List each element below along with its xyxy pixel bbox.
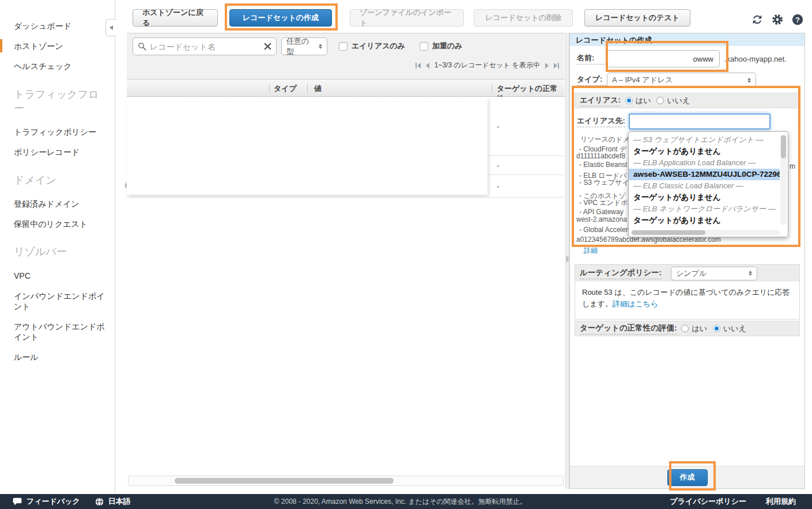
routing-policy-card: ルーティングポリシー: シンプル Route 53 は、このレコードの値に基づい… bbox=[575, 264, 800, 320]
dropdown-vscroll-thumb[interactable] bbox=[781, 135, 786, 158]
details-link[interactable]: 詳細 bbox=[584, 246, 598, 256]
alias-only-checkbox[interactable]: エイリアスのみ bbox=[339, 41, 405, 51]
weighted-only-label: 加重のみ bbox=[432, 41, 463, 51]
target-health-value: - bbox=[497, 161, 499, 170]
sidebar-item-traffic-policies[interactable]: トラフィックポリシー bbox=[14, 127, 107, 137]
first-page-button[interactable] bbox=[416, 63, 421, 69]
eval-no-radio[interactable] bbox=[713, 325, 720, 332]
routing-help-link[interactable]: 詳細はこちら bbox=[613, 299, 658, 308]
record-name-input[interactable] bbox=[607, 50, 720, 67]
alias-help-text: d111111abcdef8 bbox=[576, 152, 625, 160]
spinner-icon bbox=[319, 42, 322, 51]
sidebar-item-inbound-endpoints[interactable]: インバウンドエンドポイント bbox=[14, 291, 107, 312]
routing-policy-label: ルーティングポリシー: bbox=[580, 268, 662, 279]
clipped-help-text: m bbox=[790, 162, 795, 170]
sidebar-item-pending-requests[interactable]: 保留中のリクエスト bbox=[14, 219, 107, 229]
sidebar-collapse-button[interactable] bbox=[105, 19, 116, 36]
filter-bar: 任意の型 エイリアスのみ 加重のみ 1~3/3 のレコードセット を表示中 bbox=[127, 33, 565, 79]
test-record-set-button[interactable]: レコードセットのテスト bbox=[584, 9, 690, 26]
feedback-label: フィードバック bbox=[27, 496, 80, 507]
panel-splitter[interactable] bbox=[565, 33, 569, 489]
weighted-only-checkbox[interactable]: 加重のみ bbox=[420, 41, 463, 51]
globe-icon bbox=[95, 497, 104, 506]
create-record-set-panel: レコードセットの作成 名前: .kahoo-myapp.net. タイプ: A … bbox=[569, 33, 805, 489]
sidebar-item-health-checks[interactable]: ヘルスチェック bbox=[14, 61, 107, 71]
gear-icon[interactable] bbox=[771, 13, 784, 26]
language-label: 日本語 bbox=[108, 496, 131, 507]
alias-yes-label: はい bbox=[636, 96, 651, 106]
sidebar-section-resolver: リゾルバー bbox=[14, 245, 107, 259]
target-health-value: - bbox=[497, 182, 499, 191]
alias-help-text: - Elastic Beanst bbox=[579, 161, 627, 169]
alias-yes-radio[interactable] bbox=[625, 97, 633, 104]
horizontal-scrollbar-thumb[interactable] bbox=[175, 478, 394, 484]
spinner-icon bbox=[749, 269, 752, 278]
next-page-button[interactable] bbox=[545, 63, 549, 69]
eval-no-label: いいえ bbox=[723, 324, 746, 334]
dropdown-option-selected[interactable]: awseb-AWSEB-12MMZU4UJL0CP-7229626 bbox=[629, 169, 780, 180]
chevron-left-icon bbox=[109, 25, 113, 30]
sidebar: ダッシュボード ホストゾーン ヘルスチェック トラフィックフロー トラフィックポ… bbox=[0, 0, 115, 494]
routing-policy-select[interactable]: シンプル bbox=[671, 267, 757, 280]
svg-text:?: ? bbox=[795, 16, 800, 24]
dropdown-hscroll-thumb[interactable] bbox=[632, 230, 705, 235]
create-record-set-button[interactable]: レコードセットの作成 bbox=[229, 9, 332, 26]
footer: フィードバック 日本語 © 2008 - 2020, Amazon Web Se… bbox=[0, 494, 812, 509]
refresh-icon[interactable] bbox=[751, 13, 764, 26]
record-name-search[interactable] bbox=[133, 37, 277, 55]
last-page-button[interactable] bbox=[554, 63, 559, 69]
help-icon[interactable]: ? bbox=[791, 13, 804, 26]
splitter-grip-icon bbox=[566, 256, 568, 262]
type-filter-select[interactable]: 任意の型 bbox=[281, 37, 327, 55]
dropdown-option[interactable]: ターゲットがありません bbox=[629, 192, 780, 203]
type-row: タイプ: A – IPv4 アドレス bbox=[577, 73, 756, 88]
column-header-type: タイプ bbox=[274, 83, 297, 94]
terms-link[interactable]: 利用規約 bbox=[766, 496, 796, 507]
dropdown-option[interactable]: ターゲットがありません bbox=[629, 146, 780, 157]
target-health-value: - bbox=[497, 122, 499, 131]
sidebar-item-vpc[interactable]: VPC bbox=[14, 271, 107, 281]
name-row: 名前: .kahoo-myapp.net. bbox=[577, 50, 787, 67]
sidebar-item-dashboard[interactable]: ダッシュボード bbox=[14, 21, 107, 31]
back-to-hosted-zones-button[interactable]: ホストゾーンに戻る bbox=[133, 9, 218, 26]
sidebar-nav: ダッシュボード ホストゾーン ヘルスチェック トラフィックフロー トラフィックポ… bbox=[0, 0, 115, 363]
alias-row: エイリアス: はい いいえ bbox=[575, 93, 800, 108]
privacy-policy-link[interactable]: プライバシーポリシー bbox=[670, 496, 746, 507]
type-filter-value: 任意の型 bbox=[286, 36, 315, 57]
dropdown-group-alb: — ELB Application Load Balancer — bbox=[629, 157, 780, 169]
checkbox-icon bbox=[420, 42, 428, 51]
alias-help-text: - API Gateway bbox=[579, 208, 624, 216]
alias-help-text: - VPC エンドポ bbox=[579, 198, 628, 208]
feedback-button[interactable]: フィードバック bbox=[13, 496, 80, 507]
zone-suffix: .kahoo-myapp.net. bbox=[724, 55, 787, 63]
alias-target-row: エイリアス先: bbox=[577, 113, 771, 130]
eval-yes-radio[interactable] bbox=[681, 325, 689, 332]
sidebar-item-rules[interactable]: ルール bbox=[14, 352, 107, 362]
alias-no-label: いいえ bbox=[667, 96, 690, 106]
dropdown-option[interactable]: ターゲットがありません bbox=[629, 215, 780, 226]
routing-policy-help: Route 53 は、このレコードの値に基づいてのみクエリに応答します。詳細はこ… bbox=[575, 282, 799, 315]
alias-help-text: - S3 ウェブサイ bbox=[579, 178, 629, 188]
record-type-select[interactable]: A – IPv4 アドレス bbox=[607, 73, 756, 88]
alias-help-text: - Global Acceler bbox=[579, 226, 628, 234]
pagination-status: 1~3/3 のレコードセット を表示中 bbox=[435, 60, 540, 70]
routing-policy-bar: ルーティングポリシー: シンプル bbox=[575, 265, 799, 282]
sidebar-item-policy-records[interactable]: ポリシーレコード bbox=[14, 147, 107, 157]
sidebar-item-hosted-zones[interactable]: ホストゾーン bbox=[14, 41, 107, 51]
copyright-text: © 2008 - 2020, Amazon Web Services, Inc.… bbox=[131, 497, 670, 507]
prev-page-button[interactable] bbox=[426, 63, 429, 69]
sidebar-section-traffic-flow: トラフィックフロー bbox=[14, 88, 107, 116]
language-button[interactable]: 日本語 bbox=[95, 496, 131, 507]
alias-target-input[interactable] bbox=[629, 113, 771, 130]
sidebar-item-registered-domains[interactable]: 登録済みドメイン bbox=[14, 199, 107, 209]
alias-no-radio[interactable] bbox=[656, 97, 664, 104]
toolbar-icons: ? bbox=[751, 13, 804, 26]
sidebar-item-outbound-endpoints[interactable]: アウトバウンドエンドポイント bbox=[14, 321, 107, 342]
create-button[interactable]: 作成 bbox=[667, 469, 708, 486]
spinner-icon bbox=[747, 76, 751, 85]
search-input[interactable] bbox=[150, 42, 260, 51]
empty-overlay-panel bbox=[127, 98, 488, 195]
clear-search-icon[interactable] bbox=[264, 43, 271, 50]
checkbox-icon bbox=[339, 42, 348, 51]
pagination: 1~3/3 のレコードセット を表示中 bbox=[416, 60, 559, 70]
